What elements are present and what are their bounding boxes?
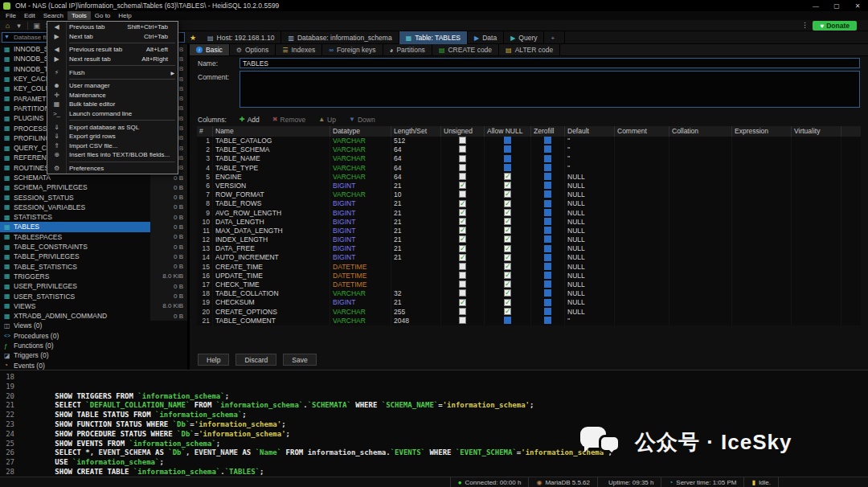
unsigned-checkbox[interactable] [459,182,466,189]
length-cell[interactable]: 2048 [391,317,441,325]
move-up-icon[interactable]: ▲ Up [318,116,336,124]
zerofill-checkbox[interactable] [544,218,551,225]
length-cell[interactable]: 32 [391,289,441,298]
comment-cell[interactable] [615,190,669,199]
allow-null-checkbox[interactable] [504,200,511,207]
grid-row[interactable]: 3 TABLE_NAME VARCHAR 64 '' [197,154,861,163]
expression-cell[interactable] [732,182,792,190]
expression-cell[interactable] [732,263,792,272]
virtuality-cell[interactable] [792,298,841,307]
tools-menu-item[interactable]: ⊕ Insert files into TEXT/BLOB fields... [47,150,178,160]
length-cell[interactable]: 512 [391,137,441,145]
comment-cell[interactable] [615,209,669,218]
menubar-item[interactable]: File [2,11,20,20]
datatype-cell[interactable]: BIGINT [330,209,391,218]
allow-null-checkbox[interactable] [504,245,511,252]
allow-null-checkbox[interactable] [504,155,511,162]
remove-column-icon[interactable]: ✖ Remove [272,116,305,124]
comment-cell[interactable] [615,154,669,163]
main-tab[interactable]: ▶ Query [504,31,544,44]
datatype-cell[interactable]: BIGINT [330,218,391,227]
menubar-item[interactable]: Go to [91,11,115,20]
collation-cell[interactable] [669,235,732,244]
column-header[interactable]: Length/Set [391,126,441,137]
expression-cell[interactable] [732,253,792,262]
virtuality-cell[interactable] [792,164,841,173]
collation-cell[interactable] [669,137,732,145]
grid-row[interactable]: 9 AVG_ROW_LENGTH BIGINT 21 NULL [197,209,861,218]
collation-cell[interactable] [669,298,732,307]
virtuality-cell[interactable] [792,209,841,218]
unsigned-checkbox[interactable] [459,200,466,207]
datatype-cell[interactable]: DATETIME [330,263,391,272]
column-name-cell[interactable]: DATA_FREE [213,244,330,253]
tree-item[interactable]: STATISTICS 0 B [0,212,187,222]
allow-null-checkbox[interactable] [504,235,511,243]
tools-menu-item[interactable]: ⇑ Import CSV file... [47,141,178,151]
zerofill-checkbox[interactable] [544,280,551,288]
datatype-cell[interactable]: VARCHAR [330,154,391,163]
expression-cell[interactable] [732,218,792,227]
tree-item[interactable]: Functions (0) [0,341,187,350]
unsigned-checkbox[interactable] [459,155,466,162]
allow-null-checkbox[interactable] [504,182,511,189]
favorites-star-icon[interactable]: ★ [190,34,196,42]
collation-cell[interactable] [669,218,732,227]
unsigned-checkbox[interactable] [459,280,466,288]
tree-item[interactable]: VIEWS 8.0 KiB [0,301,187,311]
length-cell[interactable]: 21 [391,227,441,235]
tools-menu-item[interactable]: ☻ User manager [47,81,178,91]
tree-item[interactable]: TABLE_STATISTICS 0 B [0,262,187,272]
length-cell[interactable]: 21 [391,182,441,190]
column-header[interactable]: Zerofill [531,126,565,137]
length-cell[interactable]: 21 [391,218,441,227]
grid-row[interactable]: 16 UPDATE_TIME DATETIME NULL [197,272,861,280]
length-cell[interactable]: 21 [391,235,441,244]
datatype-cell[interactable]: VARCHAR [330,190,391,199]
default-cell[interactable]: '' [565,154,615,163]
column-name-cell[interactable]: MAX_DATA_LENGTH [213,227,330,235]
length-cell[interactable]: 21 [391,209,441,218]
datatype-cell[interactable]: BIGINT [330,227,391,235]
virtuality-cell[interactable] [792,289,841,298]
tree-item[interactable]: TABLES 0 B [0,222,187,231]
length-cell[interactable]: 64 [391,173,441,182]
virtuality-cell[interactable] [792,235,841,244]
default-cell[interactable]: '' [565,164,615,173]
comment-cell[interactable] [615,235,669,244]
length-cell[interactable]: 21 [391,253,441,262]
length-cell[interactable]: 64 [391,154,441,163]
virtuality-cell[interactable] [792,253,841,262]
length-cell[interactable]: 21 [391,298,441,307]
zerofill-checkbox[interactable] [544,182,551,189]
menubar-item[interactable]: Search [39,11,68,20]
collation-cell[interactable] [669,209,732,218]
grid-row[interactable]: 20 CREATE_OPTIONS VARCHAR 255 NULL [197,308,861,317]
default-cell[interactable]: NULL [565,182,615,190]
comment-cell[interactable] [615,308,669,317]
length-cell[interactable]: 21 [391,244,441,253]
tools-menu-item[interactable]: ▶ Next tab Ctrl+Tab [47,32,178,42]
column-name-cell[interactable]: TABLE_ROWS [213,199,330,208]
virtuality-cell[interactable] [792,263,841,272]
grid-row[interactable]: 4 TABLE_TYPE VARCHAR 64 '' [197,164,861,173]
menubar-item[interactable]: Edit [20,11,39,20]
datatype-cell[interactable]: VARCHAR [330,137,391,145]
collation-cell[interactable] [669,173,732,182]
editor-button[interactable]: Discard [235,354,276,366]
allow-null-checkbox[interactable] [504,145,511,153]
grid-row[interactable]: 13 DATA_FREE BIGINT 21 NULL [197,244,861,253]
tools-menu-item[interactable]: ⇓ Export database as SQL [47,122,178,132]
session-manager-icon[interactable]: ⌂ [2,21,13,31]
tree-item[interactable]: TABLESPACES 0 B [0,232,187,242]
add-column-icon[interactable]: ✚ Add [240,116,260,124]
default-cell[interactable]: NULL [565,289,615,298]
virtuality-cell[interactable] [792,218,841,227]
expression-cell[interactable] [732,272,792,280]
tree-item[interactable]: TRIGGERS 8.0 KiB [0,272,187,281]
grid-row[interactable]: 21 TABLE_COMMENT VARCHAR 2048 '' [197,317,861,325]
zerofill-checkbox[interactable] [544,299,551,306]
zerofill-checkbox[interactable] [544,200,551,207]
column-name-cell[interactable]: INDEX_LENGTH [213,235,330,244]
grid-row[interactable]: 7 ROW_FORMAT VARCHAR 10 NULL [197,190,861,199]
